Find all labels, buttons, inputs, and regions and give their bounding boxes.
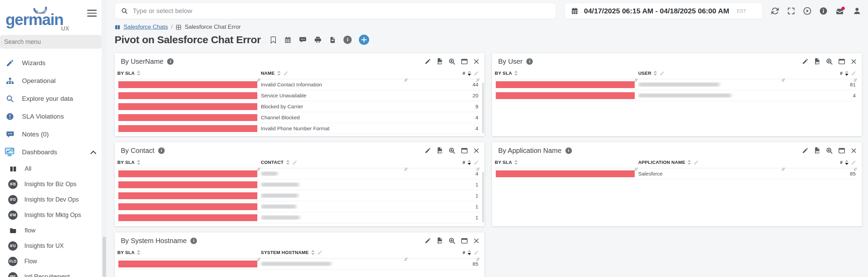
sla-bar[interactable] [118, 181, 257, 188]
column-resize-handle[interactable] [403, 78, 408, 82]
table-row[interactable]: 4 [495, 90, 857, 101]
zoom-in-button[interactable] [826, 58, 833, 65]
edit-column-icon[interactable] [851, 71, 856, 76]
column-resize-handle[interactable] [403, 257, 408, 261]
column-header-count[interactable]: # [408, 250, 480, 255]
edit-column-icon[interactable] [292, 160, 297, 165]
column-resize-handle[interactable] [781, 78, 785, 82]
export-button[interactable] [329, 36, 336, 44]
sidebar-item-insights-dev-ops[interactable]: IFD Insights for Dev Ops [0, 192, 102, 207]
column-resize-handle[interactable] [633, 78, 638, 82]
sort-icon[interactable] [137, 250, 140, 255]
column-header-count[interactable]: # [408, 160, 480, 165]
zoom-in-button[interactable] [826, 147, 833, 154]
column-resize-handle[interactable] [403, 167, 408, 171]
sidebar-item-insights-mktg-ops[interactable]: IFM Insights for Mktg Ops [0, 207, 102, 223]
sort-icon[interactable] [654, 71, 657, 76]
sidebar-item-all[interactable]: All [0, 161, 102, 177]
sort-icon-active[interactable] [468, 250, 471, 255]
column-header-dimension[interactable]: USER [638, 71, 785, 76]
sort-icon[interactable] [277, 71, 281, 76]
info-button[interactable]: i [343, 36, 352, 44]
panel-info-icon[interactable]: i [190, 238, 197, 244]
close-icon[interactable] [473, 147, 480, 154]
column-resize-handle[interactable] [256, 78, 260, 82]
column-resize-handle[interactable] [853, 78, 857, 82]
zoom-in-button[interactable] [448, 58, 456, 65]
inbox-notifications-icon[interactable] [835, 7, 845, 15]
print-button[interactable] [314, 36, 322, 44]
column-header-sla[interactable]: BY SLA [117, 250, 261, 255]
table-row[interactable]: 1 [117, 190, 480, 201]
scrollbar-thumb[interactable] [103, 237, 106, 277]
sidebar-scrollbar[interactable] [102, 0, 107, 277]
edit-button[interactable] [424, 237, 431, 244]
export-csv-button[interactable]: csv [436, 58, 443, 65]
user-icon[interactable] [853, 7, 861, 15]
sort-icon-active[interactable] [845, 160, 848, 165]
play-icon[interactable] [803, 7, 811, 15]
sla-bar[interactable] [118, 170, 257, 177]
edit-column-icon[interactable] [283, 71, 289, 76]
sla-bar[interactable] [496, 81, 635, 88]
column-header-count[interactable]: # [408, 71, 480, 76]
column-header-sla[interactable]: BY SLA [495, 71, 638, 76]
date-range-picker[interactable]: 04/17/2025 06:15 AM - 04/18/2025 06:00 A… [564, 3, 763, 19]
edit-button[interactable] [802, 58, 809, 65]
sort-icon[interactable] [311, 250, 315, 255]
sort-icon[interactable] [688, 160, 691, 165]
sla-bar[interactable] [118, 92, 257, 99]
close-icon[interactable] [473, 58, 480, 65]
close-icon[interactable] [473, 238, 480, 244]
sla-bar[interactable] [118, 81, 257, 88]
column-resize-handle[interactable] [475, 257, 480, 261]
sidebar-item-flow[interactable]: FLO Flow [0, 254, 102, 269]
column-header-count[interactable]: # [785, 71, 857, 76]
column-resize-handle[interactable] [853, 167, 857, 171]
maximize-button[interactable] [838, 58, 845, 65]
panel-info-icon[interactable]: i [565, 147, 572, 154]
sla-bar[interactable] [118, 261, 257, 267]
sort-icon[interactable] [137, 71, 140, 76]
global-search-input[interactable]: Type or select below [115, 3, 556, 19]
sort-icon[interactable] [286, 160, 290, 165]
breadcrumb-link[interactable]: Salesforce Chats [124, 24, 168, 31]
refresh-icon[interactable] [771, 7, 779, 15]
sort-icon-active[interactable] [468, 71, 471, 76]
edit-button[interactable] [802, 147, 809, 154]
column-header-dimension[interactable]: CONTACT [261, 160, 408, 165]
maximize-button[interactable] [838, 147, 845, 154]
column-resize-handle[interactable] [475, 167, 480, 171]
column-header-count[interactable]: # [785, 160, 857, 165]
sidebar-item-dashboards[interactable]: Dashboards [0, 143, 102, 161]
export-csv-button[interactable]: csv [436, 237, 443, 244]
column-header-dimension[interactable]: NAME [261, 71, 408, 76]
sla-bar[interactable] [118, 114, 257, 121]
column-header-dimension[interactable]: APPLICATION NAME [638, 160, 785, 165]
fullscreen-icon[interactable] [787, 7, 795, 15]
column-resize-handle[interactable] [256, 167, 260, 171]
column-header-sla[interactable]: BY SLA [117, 71, 261, 76]
table-row[interactable]: Channel Blocked4 [117, 112, 480, 123]
sla-bar[interactable] [118, 192, 257, 199]
sidebar-item-insights-biz-ops[interactable]: IFB Insights for Biz Ops [0, 177, 102, 192]
maximize-button[interactable] [461, 58, 468, 65]
sort-icon[interactable] [514, 71, 518, 76]
edit-column-icon[interactable] [473, 71, 479, 76]
table-row[interactable]: Service Unavailable20 [117, 90, 480, 101]
sidebar-item-wizards[interactable]: Wizards [0, 54, 102, 72]
maximize-button[interactable] [461, 147, 468, 154]
sidebar-item-notes[interactable]: Notes (0) [0, 125, 102, 143]
panel-info-icon[interactable]: i [158, 147, 165, 154]
sidebar-item-insights-ux[interactable]: IFU Insights for UX [0, 238, 102, 254]
table-row[interactable]: Invalid Contact Information44 [117, 79, 480, 90]
column-resize-handle[interactable] [475, 78, 480, 82]
table-row[interactable]: 1 [117, 179, 480, 190]
info-icon[interactable] [819, 7, 828, 15]
close-icon[interactable] [851, 147, 857, 154]
table-row[interactable]: Invalid Phone Number Format4 [117, 123, 480, 134]
edit-column-icon[interactable] [317, 250, 322, 255]
column-resize-handle[interactable] [256, 257, 260, 261]
sla-bar[interactable] [118, 203, 257, 210]
sidebar-item-intl-recruitement[interactable]: IRE Intl Recruitement [0, 269, 102, 277]
